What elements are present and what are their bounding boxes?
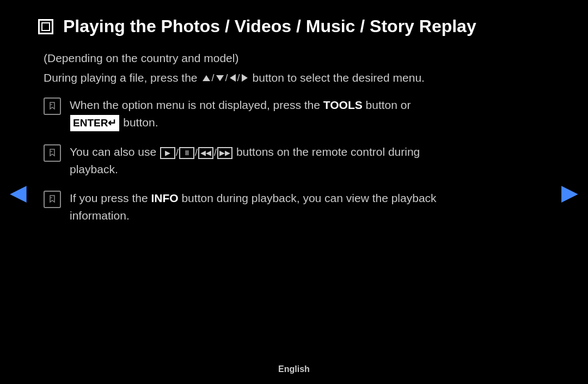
main-content: Playing the Photos / Videos / Music / St… (0, 0, 588, 252)
up-arrow-icon (203, 75, 210, 81)
note-icon-2 (44, 144, 61, 162)
during-text-start: During playing a file, press the (44, 71, 198, 84)
play-button: ▶ (160, 147, 175, 159)
svg-rect-0 (42, 23, 50, 31)
note-icon-3 (44, 191, 61, 208)
note-item-1: When the option menu is not displayed, p… (44, 96, 539, 131)
footer-language: English (278, 364, 310, 374)
rewind-button: ◀◀ (198, 147, 213, 159)
note-text-1: When the option menu is not displayed, p… (70, 96, 539, 131)
down-arrow-icon (216, 75, 224, 81)
right-nav-arrow[interactable]: ▶ (561, 180, 578, 205)
left-nav-arrow[interactable]: ◀ (10, 180, 27, 205)
media-buttons-group: ▶ / ⏸ / ◀◀ / ▶▶ (160, 145, 233, 160)
during-line: During playing a file, press the / / / b… (44, 71, 539, 84)
note-item-3: If you press the INFO button during play… (44, 190, 539, 224)
right-arrow-icon (242, 74, 248, 82)
note-text-3: If you press the INFO button during play… (70, 190, 539, 224)
left-arrow-icon (230, 74, 236, 82)
pause-button: ⏸ (179, 147, 194, 159)
note-icon-1 (44, 97, 61, 115)
note-item-2: You can also use ▶ / ⏸ / ◀◀ / ▶▶ buttons… (44, 143, 539, 178)
enter-button-label: ENTER↵ (70, 115, 119, 132)
page-title: Playing the Photos / Videos / Music / St… (63, 16, 476, 36)
checkbox-icon (38, 19, 53, 34)
note-text-2: You can also use ▶ / ⏸ / ◀◀ / ▶▶ buttons… (70, 143, 539, 178)
during-text-end: button to select the desired menu. (253, 71, 425, 84)
nav-buttons-group: / / / (202, 72, 248, 84)
title-row: Playing the Photos / Videos / Music / St… (38, 16, 539, 36)
fast-forward-button: ▶▶ (217, 147, 232, 159)
subtitle: (Depending on the country and model) (44, 52, 539, 65)
